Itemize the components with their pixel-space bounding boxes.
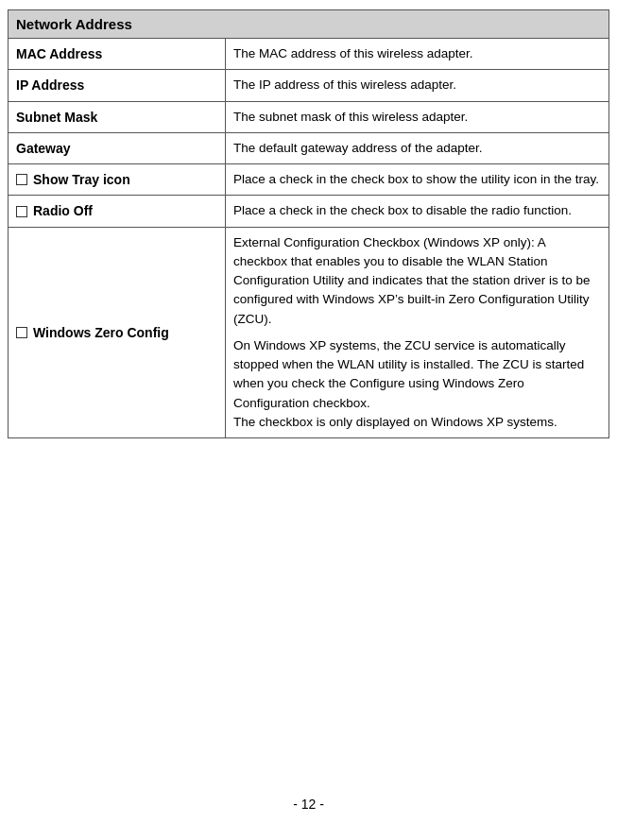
row-description: The default gateway address of the adapt… (226, 132, 609, 163)
table-row: Windows Zero ConfigExternal Configuratio… (9, 227, 609, 438)
table-header: Network Address (9, 10, 609, 39)
table-row: IP AddressThe IP address of this wireles… (9, 70, 609, 101)
row-description: Place a check in the check box to show t… (226, 164, 609, 196)
row-label: MAC Address (16, 46, 102, 61)
page-number: - 12 - (293, 768, 324, 812)
table-row: Subnet MaskThe subnet mask of this wirel… (9, 101, 609, 132)
row-description: The subnet mask of this wireless adapter… (226, 101, 609, 132)
row-label: Gateway (16, 141, 71, 156)
row-description: The IP address of this wireless adapter. (226, 70, 609, 101)
checkbox-icon[interactable] (16, 327, 27, 338)
page-wrapper: Network Address MAC AddressThe MAC addre… (0, 0, 617, 840)
table-row: GatewayThe default gateway address of th… (9, 132, 609, 163)
row-description: External Configuration Checkbox (Windows… (226, 227, 609, 438)
row-description: Place a check in the check box to disabl… (226, 196, 609, 227)
row-label: Subnet Mask (16, 110, 97, 125)
table-row: Show Tray iconPlace a check in the check… (9, 164, 609, 196)
row-label: IP Address (16, 77, 84, 93)
row-label: Show Tray icon (33, 172, 130, 187)
row-label: Windows Zero Config (33, 325, 169, 340)
table-row: MAC AddressThe MAC address of this wirel… (9, 39, 609, 70)
row-label: Radio Off (33, 203, 93, 218)
checkbox-icon[interactable] (16, 206, 27, 217)
row-description: The MAC address of this wireless adapter… (226, 39, 609, 70)
checkbox-icon[interactable] (16, 174, 27, 185)
table-row: Radio OffPlace a check in the check box … (9, 196, 609, 227)
network-address-table: Network Address MAC AddressThe MAC addre… (8, 9, 609, 438)
